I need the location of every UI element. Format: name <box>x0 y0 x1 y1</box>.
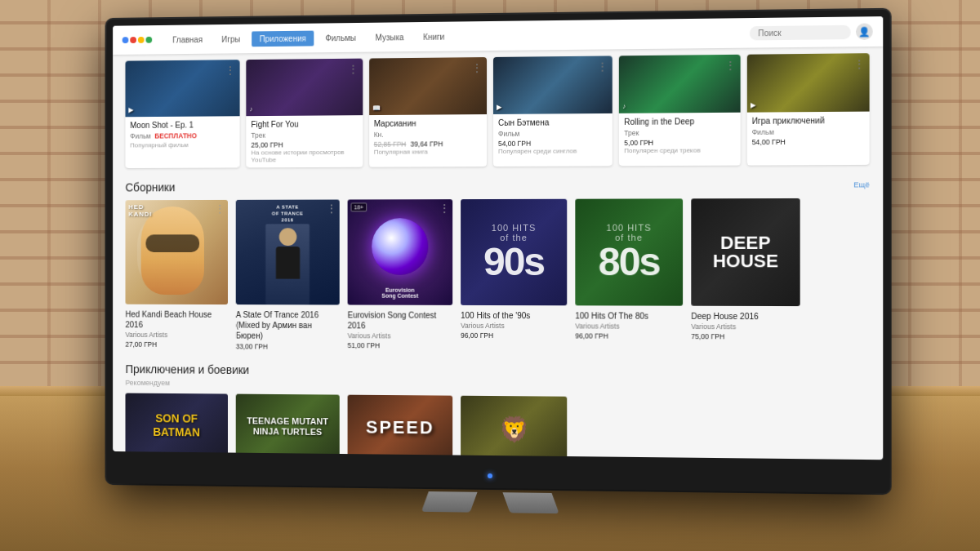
album-eurovision[interactable]: 18+ EurovisionSong Contest ⋮ Eurovision … <box>348 199 453 352</box>
album-artist-hedkandi: Various Artists <box>126 331 229 339</box>
nav-tab-books[interactable]: Книги <box>415 29 452 44</box>
logo-dot-blue <box>122 37 129 43</box>
card-desc-fight: На основе истории просмотров YouTube <box>252 149 359 163</box>
album-price-hits90: 96,00 ГРН <box>461 331 567 340</box>
nav-tab-music[interactable]: Музыка <box>368 29 412 46</box>
album-title-hedkandi: Hed Kandi Beach House 2016 <box>126 309 229 331</box>
nav-tab-games[interactable]: Игры <box>214 31 248 47</box>
tv-screen: Главная Игры Приложения Фильмы Музыка Кн… <box>113 16 883 460</box>
album-more-eurovision[interactable]: ⋮ <box>438 201 451 216</box>
album-trance[interactable]: A STATEOF TRANCE2016 ⋮ A State Of Trance… <box>236 200 340 351</box>
card-desc-rolling: Популярен среди треков <box>624 146 735 154</box>
logo-dot-green <box>145 37 152 43</box>
deephouse-cover-text: DEEPHOUSE <box>691 198 800 306</box>
album-thumb-deephouse: DEEPHOUSE <box>691 198 800 306</box>
album-hits90[interactable]: 100 HITS of the 90s 100 Hits of the '90s… <box>461 199 567 353</box>
lion-emoji: 🦁 <box>498 415 528 443</box>
album-thumb-eurovision: 18+ EurovisionSong Contest <box>348 199 453 305</box>
hedkandi-cover-content: HEDKANDI <box>126 200 229 304</box>
featured-card-adventure[interactable]: ▶ Игра приключений Фильм 54,00 ГРН ⋮ <box>746 53 869 165</box>
main-content-area[interactable]: ▶ Moon Shot - Ep. 1 Фильм БЕСПЛАТНО Попу… <box>113 47 883 460</box>
featured-card-fight[interactable]: ♪ Fight For You Трек 25,00 ГРН На основе… <box>247 59 363 168</box>
search-input[interactable] <box>750 24 851 40</box>
ninja-poster-content: TEENAGE MUTANTNINJA TURTLES <box>236 394 340 460</box>
thumb-overlay-batman: ▶ <box>497 104 501 111</box>
nav-tabs: Главная Игры Приложения Фильмы Музыка Кн… <box>165 29 453 47</box>
thumb-overlay-adventure: ▶ <box>751 101 755 109</box>
card-more-adventure[interactable]: ⋮ <box>853 57 866 70</box>
movie-card-batman[interactable]: SON OFBATMAN <box>126 393 229 460</box>
adventures-title: Приключения и боевики <box>126 362 250 376</box>
card-desc-batman: Популярен среди синглов <box>498 147 608 155</box>
card-title-adventure: Игра приключений <box>752 116 865 127</box>
hits90-cover-text: 100 HITS of the 90s <box>461 199 567 306</box>
card-thumb-rolling: ♪ <box>619 55 740 113</box>
card-desc-martian: Популярная книга <box>374 148 482 156</box>
album-thumb-trance: A STATEOF TRANCE2016 <box>236 200 340 305</box>
hedkandi-brand-text: HEDKANDI <box>128 203 152 218</box>
album-hits80[interactable]: 100 HITS of the 80s 100 Hits Of The 80s … <box>575 198 683 353</box>
movies-row: SON OFBATMAN TEENAGE MUTANTNINJA TURTLES <box>126 393 870 460</box>
tv-stand-leg-right <box>502 492 559 513</box>
tv-outer-frame: Главная Игры Приложения Фильмы Музыка Кн… <box>106 10 889 493</box>
album-title-hits80: 100 Hits Of The 80s <box>575 310 683 322</box>
card-more-batman[interactable]: ⋮ <box>597 60 608 73</box>
card-more-fight[interactable]: ⋮ <box>347 63 359 76</box>
album-price-eurovision: 51,00 ГРН <box>348 341 453 350</box>
card-more-rolling[interactable]: ⋮ <box>724 59 736 72</box>
featured-cards-row: ▶ Moon Shot - Ep. 1 Фильм БЕСПЛАТНО Попу… <box>126 53 870 168</box>
album-more-hedkandi[interactable]: ⋮ <box>214 202 227 216</box>
movie-thumb-speed: SPEED <box>348 395 453 460</box>
batman-poster-content: SON OFBATMAN <box>126 393 229 459</box>
nav-tab-movies[interactable]: Фильмы <box>317 29 363 46</box>
card-title-martian: Марсианин <box>374 118 482 129</box>
movie-card-ninja[interactable]: TEENAGE MUTANTNINJA TURTLES <box>236 394 340 460</box>
tv-stand-leg-left <box>421 491 478 513</box>
card-title-rolling: Rolling in the Deep <box>624 117 735 127</box>
card-thumb-martian: 📖 <box>369 57 487 115</box>
album-price-hits80: 96,00 ГРН <box>575 331 683 340</box>
play-store-ui: Главная Игры Приложения Фильмы Музыка Кн… <box>113 16 883 460</box>
hedkandi-face <box>141 207 204 295</box>
album-thumb-hits80: 100 HITS of the 80s <box>575 198 683 305</box>
featured-card-moonshot[interactable]: ▶ Moon Shot - Ep. 1 Фильм БЕСПЛАТНО Попу… <box>126 60 240 168</box>
card-title-fight: Fight For You <box>252 119 359 130</box>
compilations-title: Сборники <box>126 180 176 193</box>
hedkandi-sunglasses <box>145 234 199 252</box>
age-badge-eurovision: 18+ <box>351 202 368 211</box>
compilations-more-link[interactable]: Ещё <box>853 180 869 189</box>
featured-card-batman[interactable]: ▶ Сын Бэтмена Фильм 54,00 ГРН Популярен … <box>493 56 612 167</box>
hits80-cover-text: 100 HITS of the 80s <box>575 198 683 305</box>
album-title-deephouse: Deep House 2016 <box>691 311 800 322</box>
ninja-title-text: TEENAGE MUTANTNINJA TURTLES <box>247 415 328 438</box>
featured-card-rolling[interactable]: ♪ Rolling in the Deep Трек 5,00 ГРН Попу… <box>619 55 740 166</box>
card-info-moonshot: Moon Shot - Ep. 1 Фильм БЕСПЛАТНО Популя… <box>126 116 240 153</box>
featured-card-martian[interactable]: 📖 Марсианин Кн. 52,85 ГРН 39,64 ГРН Попу… <box>369 57 487 167</box>
account-icon[interactable]: 👤 <box>856 23 873 40</box>
movie-card-speed[interactable]: SPEED <box>348 395 453 460</box>
nav-tab-home[interactable]: Главная <box>165 32 211 47</box>
movie-thumb-lion: 🦁 <box>461 396 567 460</box>
card-thumb-adventure: ▶ <box>746 53 869 113</box>
nav-tab-apps[interactable]: Приложения <box>252 30 314 47</box>
thumb-overlay-martian: 📖 <box>372 104 381 112</box>
album-price-trance: 33,00 ГРН <box>236 342 340 351</box>
movie-card-lion[interactable]: 🦁 <box>461 396 567 460</box>
speed-poster-content: SPEED <box>348 395 453 460</box>
album-deephouse[interactable]: DEEPHOUSE Deep House 2016 Various Artist… <box>691 198 800 353</box>
card-title-moonshot: Moon Shot - Ep. 1 <box>130 120 235 131</box>
card-info-fight: Fight For You Трек 25,00 ГРН На основе и… <box>247 115 363 167</box>
card-more-martian[interactable]: ⋮ <box>471 61 483 74</box>
adventures-header: Приключения и боевики <box>126 362 870 380</box>
card-price-adventure: 54,00 ГРН <box>752 137 865 146</box>
album-hedkandi[interactable]: HEDKANDI ⋮ Hed Kandi Beach House 2016 Va… <box>126 200 229 350</box>
card-more-moonshot[interactable]: ⋮ <box>225 64 236 77</box>
card-desc-moonshot: Популярный фильм <box>130 141 235 149</box>
album-more-trance[interactable]: ⋮ <box>325 202 338 216</box>
eurovision-ball <box>372 218 428 275</box>
card-category-moonshot: Фильм БЕСПЛАТНО <box>130 131 235 140</box>
album-artist-hits80: Various Artists <box>575 322 683 331</box>
album-title-hits90: 100 Hits of the '90s <box>461 310 567 321</box>
adventures-subtitle: Рекомендуем <box>126 379 870 393</box>
album-price-deephouse: 75,00 ГРН <box>691 332 800 341</box>
